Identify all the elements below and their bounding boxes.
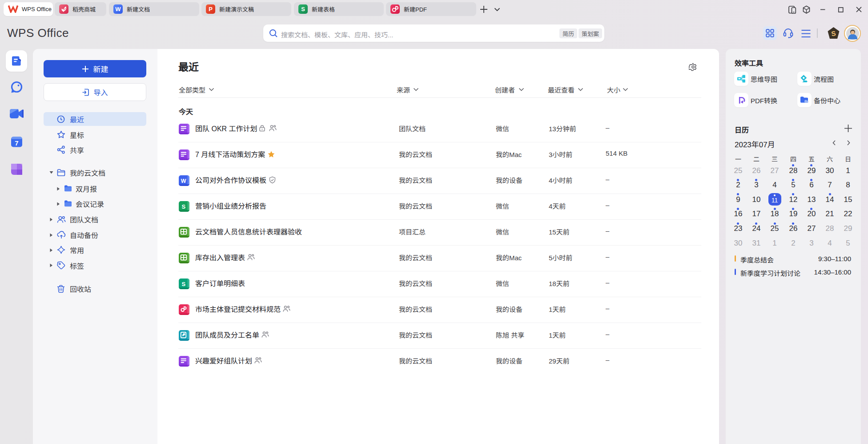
svg-text:7: 7 — [15, 139, 18, 147]
svg-text:S: S — [181, 203, 185, 210]
svg-text:S: S — [181, 281, 185, 287]
svg-text:W: W — [181, 178, 186, 184]
